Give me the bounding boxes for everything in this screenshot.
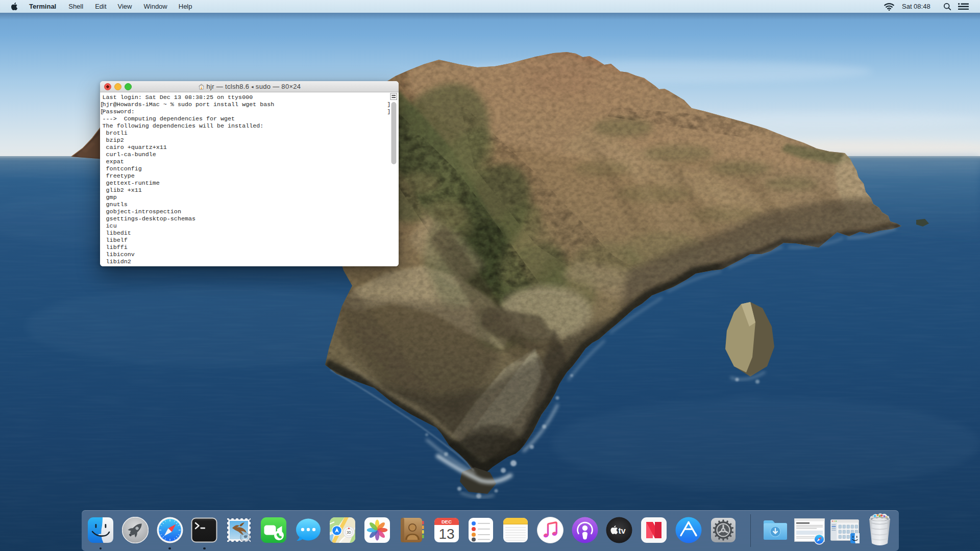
svg-text:DEC: DEC <box>441 519 451 524</box>
svg-text:3D: 3D <box>347 531 352 534</box>
svg-text:13: 13 <box>438 526 454 542</box>
svg-text:tv: tv <box>619 527 626 535</box>
